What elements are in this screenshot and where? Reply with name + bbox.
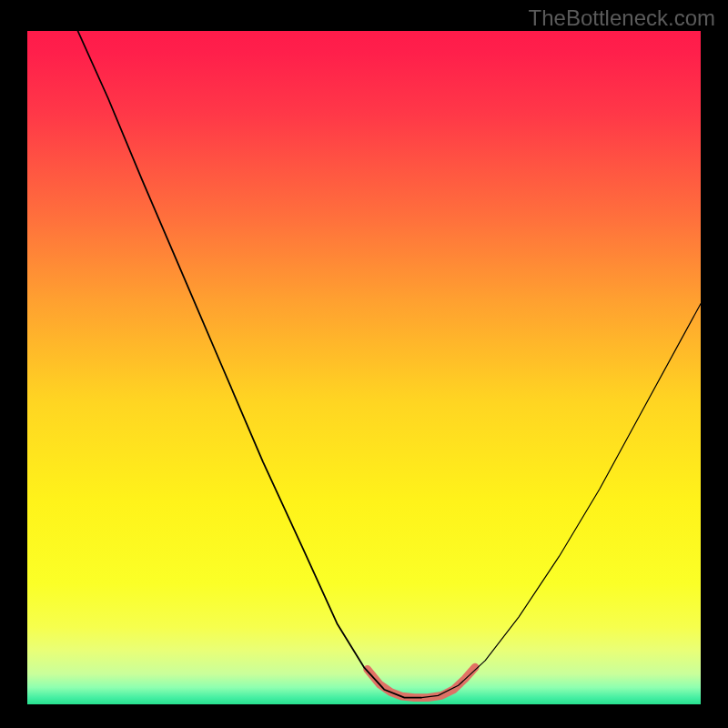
plot-area	[27, 31, 701, 704]
watermark-text: TheBottleneck.com	[529, 5, 715, 31]
valley-highlight-path	[368, 667, 475, 697]
curve-right-path	[421, 304, 701, 698]
curve-left-path	[78, 31, 421, 698]
chart-stage: TheBottleneck.com	[0, 0, 728, 728]
curve-layer	[27, 31, 701, 704]
